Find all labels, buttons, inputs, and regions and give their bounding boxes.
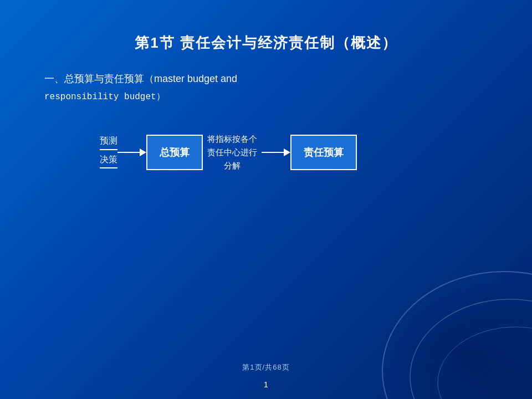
middle-line2: 责任中心进行 bbox=[207, 147, 257, 157]
section-title: 第1节 责任会计与经济责任制（概述） bbox=[44, 33, 488, 53]
page-footer: 第1页/共68页 bbox=[242, 362, 289, 372]
arrow1 bbox=[117, 149, 146, 156]
box-responsibility-budget: 责任预算 bbox=[290, 135, 357, 170]
subtitle-line2: responsibility budget） bbox=[44, 92, 165, 102]
middle-label: 将指标按各个 责任中心进行 分解 bbox=[203, 132, 262, 172]
page-number: 1 bbox=[264, 380, 268, 389]
arrow2 bbox=[262, 149, 290, 156]
middle-line1: 将指标按各个 bbox=[207, 134, 257, 144]
sub-title: 一、总预算与责任预算（master budget and responsibil… bbox=[44, 70, 488, 105]
step1-line1: 预测 bbox=[100, 134, 117, 150]
step1-line2: 决策 bbox=[100, 152, 117, 169]
step1-label: 预测 决策 bbox=[100, 134, 117, 171]
slide: 第1节 责任会计与经济责任制（概述） 一、总预算与责任预算（master bud… bbox=[0, 0, 532, 399]
subtitle-line1: 一、总预算与责任预算（master budget and bbox=[44, 73, 237, 84]
box-general-budget: 总预算 bbox=[146, 135, 203, 170]
flow-diagram: 预测 决策 总预算 将指标按各个 责任中心进行 分解 bbox=[44, 132, 488, 172]
middle-section: 将指标按各个 责任中心进行 分解 bbox=[203, 132, 262, 172]
content-area: 第1节 责任会计与经济责任制（概述） 一、总预算与责任预算（master bud… bbox=[0, 0, 532, 399]
middle-line3: 分解 bbox=[224, 161, 241, 170]
